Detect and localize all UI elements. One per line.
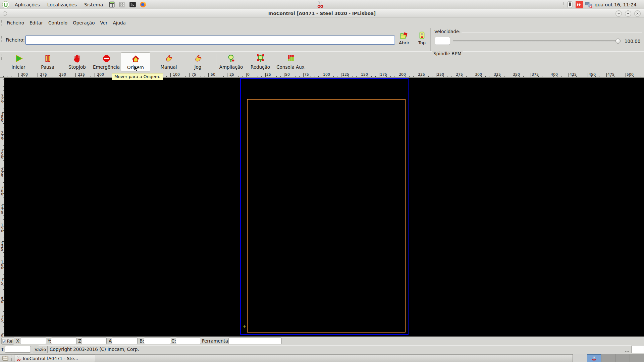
ruler-tick: [64, 76, 64, 77]
ruler-tick: [3, 234, 4, 234]
ruler-tick: [3, 311, 4, 312]
axis-input-b[interactable]: [144, 338, 171, 344]
tool-input[interactable]: [228, 338, 282, 344]
ruler-tick: [258, 76, 258, 77]
axis-input-a[interactable]: [112, 338, 138, 344]
terminal-icon[interactable]: [129, 1, 136, 8]
ruler-tick: [318, 76, 319, 77]
menu-controlo[interactable]: Controlo: [46, 19, 70, 27]
ruler-tick: [3, 197, 4, 197]
workspace-cell-2[interactable]: [587, 354, 601, 362]
workspace-cell-4[interactable]: [615, 354, 630, 362]
toolbar-button-redução[interactable]: Redução: [246, 52, 275, 71]
toolbar-button-manual[interactable]: Manual: [154, 52, 183, 71]
chevron-down-button[interactable]: [615, 10, 622, 17]
menu-operação[interactable]: Operação: [70, 19, 97, 27]
axis-input-y[interactable]: [51, 338, 76, 344]
ruler-label: -275: [39, 72, 47, 77]
ruler-tick: [303, 73, 304, 77]
window-controls: [615, 10, 641, 17]
work-canvas[interactable]: [4, 78, 644, 337]
menu-ficheiro[interactable]: Ficheiro: [4, 19, 27, 27]
ruler-tick: [603, 76, 603, 77]
ruler-tick: [390, 76, 391, 77]
ruler-label: 25: [266, 72, 271, 77]
desktop-top-panel: AplicaçõesLocalizaçõesSistema qua out 16…: [0, 0, 644, 9]
workspace-cell-3[interactable]: [601, 354, 615, 362]
top-icon: [417, 31, 427, 40]
mint-logo-icon[interactable]: [2, 1, 9, 8]
toolbar-button-pausa[interactable]: Pausa: [33, 52, 62, 71]
chevron-up-button[interactable]: [625, 10, 631, 17]
toolbar-button-iniciar[interactable]: Iniciar: [4, 52, 33, 71]
panel-menu-localizações[interactable]: Localizações: [45, 1, 79, 8]
ruler-tick: [368, 76, 368, 77]
ruler-tick: [470, 76, 470, 77]
menubar-grip[interactable]: [1, 20, 2, 25]
axis-input-x[interactable]: [20, 338, 46, 344]
ruler-label: 200: [0, 186, 4, 195]
toolbar-button-emergência[interactable]: Emergência: [92, 52, 121, 71]
rel-button[interactable]: Rel: [1, 337, 14, 345]
menu-ajuda[interactable]: Ajuda: [110, 19, 128, 27]
t-input[interactable]: [5, 346, 31, 353]
ruler-tick: [250, 76, 250, 77]
anydesk-icon[interactable]: [576, 1, 583, 8]
resize-grip[interactable]: [625, 351, 630, 352]
ruler-tick: [26, 76, 26, 77]
workspace-cell-5[interactable]: [630, 354, 644, 362]
no-entry-icon: [102, 54, 111, 63]
ruler-tick: [561, 76, 561, 77]
ruler-tick: [508, 76, 508, 77]
close-button[interactable]: [634, 10, 641, 17]
toolbar-button-label: Emergência: [93, 64, 120, 70]
show-desktop-icon[interactable]: [2, 355, 9, 362]
phone-icon[interactable]: [566, 1, 574, 8]
vertical-ruler: 0255075100125150175200225250275300325: [0, 78, 4, 337]
ruler-label: 300: [475, 72, 482, 77]
ruler-tick: [166, 76, 167, 77]
toolbar-button-jog[interactable]: Jog: [183, 52, 213, 71]
axis-input-c[interactable]: [176, 338, 201, 344]
speed-group-label: Velocidade:: [433, 29, 462, 34]
ruler-tick: [459, 76, 459, 77]
open-button[interactable]: Abrir: [395, 31, 414, 48]
toolbar-grip[interactable]: [1, 55, 2, 60]
ruler-tick: [375, 76, 376, 77]
ruler-tick: [629, 76, 630, 77]
ruler-tick: [606, 73, 607, 77]
ruler-tick: [413, 76, 414, 77]
ruler-tick: [208, 73, 209, 77]
ruler-tick: [402, 76, 402, 77]
toolbar-button-stopjob[interactable]: StopJob: [62, 52, 92, 71]
ruler-tick: [197, 76, 197, 77]
file-input[interactable]: [25, 36, 395, 45]
toolbar-button-ampliação[interactable]: Ampliação: [216, 52, 246, 71]
file-manager-icon[interactable]: [119, 1, 126, 8]
text-caret: [27, 37, 27, 43]
ruler-tick: [3, 179, 4, 179]
tooltip: Mover para a Origem.: [112, 73, 163, 80]
clock[interactable]: qua out 16, 11:24: [595, 2, 637, 7]
network-offline-icon[interactable]: [585, 1, 592, 8]
panel-menu-aplicações[interactable]: Aplicações: [13, 1, 42, 8]
toolbar-button-consola-aux[interactable]: Consola Aux: [276, 52, 305, 71]
ruler-tick: [3, 238, 4, 238]
menu-ver[interactable]: Ver: [97, 19, 110, 27]
ruler-tick: [91, 76, 91, 77]
menu-editar[interactable]: Editar: [27, 19, 46, 27]
speed-slider-track[interactable]: [453, 40, 621, 42]
axis-input-z[interactable]: [81, 338, 107, 344]
speed-input[interactable]: [435, 37, 450, 45]
speed-slider-thumb[interactable]: [615, 39, 621, 44]
panel-menu-sistema[interactable]: Sistema: [82, 1, 105, 8]
ruler-tick: [535, 76, 535, 77]
workspace-cell-1[interactable]: [573, 354, 587, 362]
taskbar-window-button[interactable]: InoControl [A0471 - Ste...: [14, 355, 95, 362]
ruler-tick: [599, 76, 599, 77]
top-button[interactable]: Top: [413, 31, 431, 48]
window-titlebar[interactable]: InoControl [A0471 - Steel 3020 - IPLisbo…: [0, 9, 644, 17]
calculator-icon[interactable]: [108, 1, 115, 8]
firefox-icon[interactable]: [140, 1, 147, 8]
filerow-grip[interactable]: [1, 36, 2, 42]
